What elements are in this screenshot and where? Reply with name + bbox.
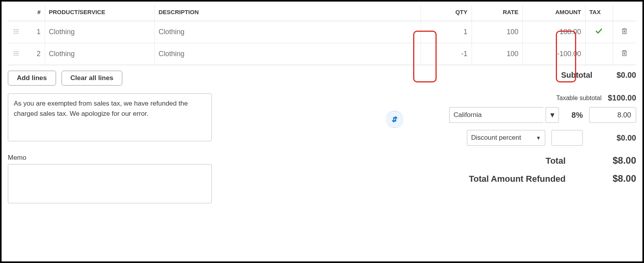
delete-row-icon[interactable]: [621, 27, 628, 35]
drag-handle-icon[interactable]: [13, 29, 19, 34]
col-product: PRODUCT/SERVICE: [45, 5, 154, 21]
tax-jurisdiction-value: California: [454, 111, 482, 119]
swap-order-icon[interactable]: [386, 111, 403, 128]
total-value: $8.00: [589, 155, 636, 166]
col-tax: TAX: [585, 5, 613, 21]
row-description[interactable]: Clothing: [154, 43, 421, 65]
row-product[interactable]: Clothing: [45, 43, 154, 65]
memo-input[interactable]: [8, 164, 212, 203]
discount-amount: $0.00: [589, 133, 636, 142]
row-amount[interactable]: -100.00: [522, 43, 585, 65]
taxable-subtotal-label: Taxable subtotal: [556, 95, 602, 102]
drag-handle-icon[interactable]: [13, 51, 19, 56]
svg-point-12: [14, 53, 15, 54]
subtotal-label: Subtotal: [561, 71, 592, 79]
discount-value-input[interactable]: [551, 130, 583, 146]
table-row[interactable]: 1 Clothing Clothing 1 100 100.00: [8, 21, 636, 43]
memo-label: Memo: [8, 154, 220, 162]
refunded-label: Total Amount Refunded: [469, 174, 566, 184]
svg-point-8: [17, 33, 18, 34]
delete-row-icon[interactable]: [621, 49, 628, 57]
caret-down-icon: ▼: [536, 135, 541, 141]
row-rate[interactable]: 100: [472, 21, 522, 43]
svg-point-16: [16, 55, 17, 56]
col-qty: QTY: [421, 5, 472, 21]
svg-point-11: [17, 51, 18, 52]
total-label: Total: [546, 156, 566, 166]
svg-point-14: [17, 53, 18, 54]
col-drag: [8, 5, 24, 21]
tax-check-icon[interactable]: [595, 27, 602, 35]
col-num: #: [24, 5, 45, 21]
col-rate: RATE: [472, 5, 522, 21]
tax-select-caret[interactable]: ▼: [546, 107, 559, 123]
tax-jurisdiction-select[interactable]: California: [449, 107, 543, 123]
row-rate[interactable]: 100: [472, 43, 522, 65]
tax-amount-input[interactable]: [589, 107, 636, 123]
refunded-value: $8.00: [589, 173, 636, 184]
row-description[interactable]: Clothing: [154, 21, 421, 43]
svg-point-7: [16, 33, 17, 34]
row-tax-empty[interactable]: [585, 43, 613, 65]
customer-note-input[interactable]: [8, 93, 212, 141]
discount-type-value: Discount percent: [471, 134, 521, 142]
svg-point-2: [17, 29, 18, 30]
row-product[interactable]: Clothing: [45, 21, 154, 43]
subtotal-line: Subtotal $0.00: [561, 71, 636, 80]
svg-point-15: [14, 55, 15, 56]
clear-all-lines-button[interactable]: Clear all lines: [62, 71, 123, 86]
discount-type-select[interactable]: Discount percent ▼: [467, 130, 545, 146]
invoice-panel: # PRODUCT/SERVICE DESCRIPTION QTY RATE A…: [0, 0, 644, 263]
svg-point-6: [14, 33, 15, 34]
tax-percent: 8%: [571, 111, 583, 120]
taxable-subtotal-value: $100.00: [608, 93, 636, 102]
row-qty[interactable]: 1: [421, 21, 472, 43]
subtotal-value: $0.00: [617, 71, 636, 79]
svg-point-10: [16, 51, 17, 52]
line-items-table: # PRODUCT/SERVICE DESCRIPTION QTY RATE A…: [8, 5, 636, 65]
caret-down-icon: ▼: [549, 111, 556, 119]
svg-point-17: [17, 55, 18, 56]
row-num: 2: [24, 43, 45, 65]
row-qty[interactable]: -1: [421, 43, 472, 65]
row-amount[interactable]: 100.00: [522, 21, 585, 43]
col-amount: AMOUNT: [522, 5, 585, 21]
svg-point-5: [17, 31, 18, 32]
svg-point-9: [14, 51, 15, 52]
table-row[interactable]: 2 Clothing Clothing -1 100 -100.00: [8, 43, 636, 65]
col-description: DESCRIPTION: [154, 5, 421, 21]
col-delete: [613, 5, 636, 21]
svg-point-0: [14, 29, 15, 30]
svg-point-4: [16, 31, 17, 32]
row-num: 1: [24, 21, 45, 43]
svg-point-13: [16, 53, 17, 54]
add-lines-button[interactable]: Add lines: [8, 71, 56, 86]
svg-point-1: [16, 29, 17, 30]
svg-point-3: [14, 31, 15, 32]
